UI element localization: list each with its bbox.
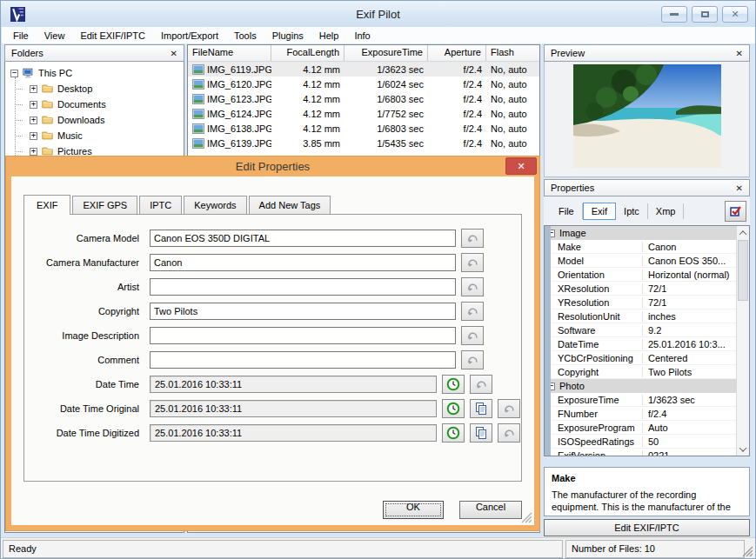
property-row[interactable]: DateTime 25.01.2016 10:3... bbox=[551, 337, 736, 351]
file-row[interactable]: IMG_6124.JPG 4.12 mm 1/7752 sec f/2.4 No… bbox=[188, 106, 539, 121]
set-time-button[interactable] bbox=[442, 375, 465, 394]
property-row[interactable]: ISOSpeedRatings 50 bbox=[551, 435, 736, 449]
cancel-button[interactable]: Cancel bbox=[459, 501, 522, 519]
property-row[interactable]: YResolution 72/1 bbox=[551, 296, 736, 309]
preview-close-icon[interactable] bbox=[736, 48, 743, 58]
column-header-aperture[interactable]: Aperture bbox=[428, 45, 486, 61]
choose-tags-button[interactable] bbox=[725, 201, 746, 222]
grid-scrollbar[interactable] bbox=[736, 226, 749, 456]
text-field[interactable] bbox=[150, 303, 456, 320]
date-field[interactable]: 25.01.2016 10:33:11 bbox=[150, 400, 437, 417]
property-row[interactable]: ExposureTime 1/3623 sec bbox=[551, 393, 736, 407]
tree-item-folder[interactable]: Desktop bbox=[24, 81, 184, 96]
menu-item[interactable]: Tools bbox=[226, 29, 264, 43]
undo-button[interactable] bbox=[498, 423, 520, 443]
copy-button[interactable] bbox=[470, 399, 492, 418]
undo-button[interactable] bbox=[461, 229, 484, 248]
copy-button[interactable] bbox=[470, 423, 492, 443]
menu-item[interactable]: Help bbox=[311, 29, 347, 43]
menu-item[interactable]: Import/Export bbox=[153, 29, 226, 43]
close-button[interactable] bbox=[722, 6, 748, 23]
tree-item-this-pc[interactable]: This PC bbox=[5, 65, 184, 81]
text-field[interactable] bbox=[150, 351, 456, 369]
property-row[interactable]: Make Canon bbox=[551, 240, 736, 254]
file-row[interactable]: IMG_6123.JPG 4.12 mm 1/6803 sec f/2.4 No… bbox=[188, 91, 539, 106]
undo-button[interactable] bbox=[461, 350, 484, 369]
text-field[interactable] bbox=[150, 327, 456, 344]
minimize-button[interactable] bbox=[661, 6, 687, 23]
set-time-button[interactable] bbox=[442, 399, 465, 418]
dialog-tab[interactable]: IPTC bbox=[139, 196, 182, 214]
undo-button[interactable] bbox=[498, 399, 520, 418]
edit-exif-iptc-button[interactable]: Edit EXIF/IPTC bbox=[544, 519, 750, 536]
tree-item-folder[interactable]: Music bbox=[24, 128, 184, 143]
scrollbar-thumb[interactable] bbox=[738, 240, 748, 301]
menu-item[interactable]: View bbox=[37, 29, 73, 43]
undo-button[interactable] bbox=[461, 277, 484, 296]
properties-close-icon[interactable] bbox=[736, 183, 743, 193]
properties-tab[interactable]: File bbox=[551, 203, 583, 219]
file-row[interactable]: IMG_6120.JPG 4.12 mm 1/6024 sec f/2.4 No… bbox=[188, 77, 539, 91]
tree-item-folder[interactable]: Downloads bbox=[24, 112, 184, 128]
expand-icon[interactable] bbox=[30, 132, 37, 140]
window-resize-grip[interactable] bbox=[742, 546, 753, 557]
file-name-cell: IMG_6119.JPG bbox=[188, 64, 271, 75]
dialog-tab[interactable]: Keywords bbox=[184, 196, 246, 214]
menu-item[interactable]: Info bbox=[346, 29, 378, 43]
property-group-row[interactable]: Photo bbox=[545, 379, 736, 393]
property-row[interactable]: Model Canon EOS 350... bbox=[551, 254, 736, 268]
scroll-up-button[interactable] bbox=[737, 226, 749, 239]
undo-button[interactable] bbox=[470, 375, 492, 394]
property-row[interactable]: ExifVersion 0221 bbox=[551, 449, 736, 456]
dialog-resize-grip[interactable] bbox=[521, 512, 532, 523]
menu-item[interactable]: File bbox=[5, 29, 37, 43]
properties-tab[interactable]: Exif bbox=[583, 203, 616, 220]
expand-icon[interactable] bbox=[30, 85, 37, 93]
set-time-button[interactable] bbox=[442, 423, 465, 443]
dialog-tab[interactable]: EXIF GPS bbox=[72, 196, 137, 214]
file-row[interactable]: IMG_6138.JPG 4.12 mm 1/6803 sec f/2.4 No… bbox=[188, 121, 539, 136]
property-value: 1/3623 sec bbox=[643, 395, 736, 405]
properties-tab[interactable]: Xmp bbox=[648, 203, 685, 219]
file-rows: IMG_6119.JPG 4.12 mm 1/3623 sec f/2.4 No… bbox=[188, 62, 539, 150]
undo-button[interactable] bbox=[461, 253, 484, 272]
column-header-filename[interactable]: FileName bbox=[188, 45, 271, 61]
text-field[interactable] bbox=[150, 278, 456, 296]
properties-tab[interactable]: Iptc bbox=[616, 203, 648, 219]
dialog-close-button[interactable] bbox=[505, 157, 537, 175]
dialog-tab[interactable]: EXIF bbox=[23, 195, 70, 215]
dialog-tab[interactable]: Add New Tags bbox=[249, 196, 331, 214]
column-header-focallength[interactable]: FocalLength bbox=[271, 45, 345, 61]
text-field[interactable] bbox=[150, 230, 456, 247]
file-row[interactable]: IMG_6119.JPG 4.12 mm 1/3623 sec f/2.4 No… bbox=[188, 62, 539, 77]
collapse-icon[interactable] bbox=[10, 70, 18, 77]
expand-icon[interactable] bbox=[30, 101, 37, 109]
property-row[interactable]: ExposureProgram Auto bbox=[551, 421, 736, 435]
ok-button[interactable]: OK bbox=[383, 501, 444, 519]
property-row[interactable]: YCbCrPositioning Centered bbox=[551, 351, 736, 365]
scroll-down-button[interactable] bbox=[737, 443, 749, 456]
undo-button[interactable] bbox=[461, 302, 484, 321]
property-row[interactable]: Copyright Two Pilots bbox=[551, 365, 736, 379]
folders-close-icon[interactable] bbox=[171, 48, 177, 58]
property-row[interactable]: Orientation Horizontal (normal) bbox=[551, 268, 736, 282]
property-row[interactable]: ResolutionUnit inches bbox=[551, 309, 736, 323]
column-header-exposuretime[interactable]: ExposureTime bbox=[345, 45, 428, 61]
file-row[interactable]: IMG_6139.JPG 3.85 mm 1/5435 sec f/2.4 No… bbox=[188, 136, 539, 150]
undo-button[interactable] bbox=[461, 326, 484, 345]
property-row[interactable]: XResolution 72/1 bbox=[551, 282, 736, 296]
dialog-title-bar[interactable]: Edit Properties bbox=[6, 156, 539, 176]
expand-icon[interactable] bbox=[30, 116, 37, 124]
menu-item[interactable]: Edit EXIF/IPTC bbox=[72, 29, 153, 43]
text-field[interactable] bbox=[150, 254, 456, 271]
expand-icon[interactable] bbox=[30, 148, 37, 156]
property-group-row[interactable]: Image bbox=[545, 226, 736, 240]
tree-item-folder[interactable]: Documents bbox=[24, 96, 184, 112]
property-row[interactable]: Software 9.2 bbox=[551, 323, 736, 337]
maximize-button[interactable] bbox=[692, 6, 718, 23]
date-field[interactable]: 25.01.2016 10:33:11 bbox=[150, 376, 437, 393]
date-field[interactable]: 25.01.2016 10:33:11 bbox=[150, 424, 437, 442]
menu-item[interactable]: Plugins bbox=[264, 29, 311, 43]
column-header-flash[interactable]: Flash bbox=[486, 45, 539, 61]
property-row[interactable]: FNumber f/2.4 bbox=[551, 407, 736, 421]
